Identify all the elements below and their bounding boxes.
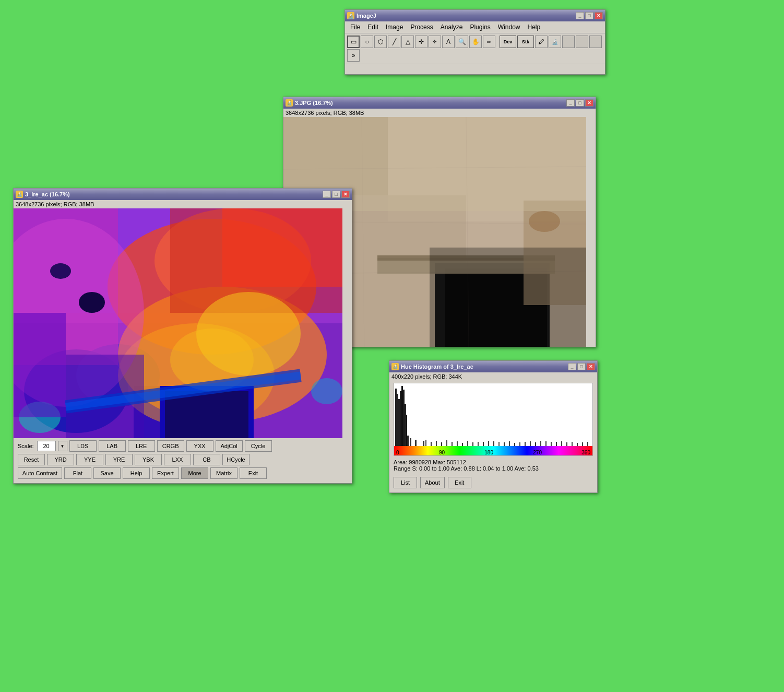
btn-reset[interactable]: Reset [18,454,45,465]
btn-hcycle[interactable]: HCycle [222,454,250,465]
btn-yxx[interactable]: YXX [186,440,213,452]
imagej-icon: 🔬 [347,12,354,19]
tool-text[interactable]: A [442,36,455,48]
hue-exit-button[interactable]: Exit [448,477,471,488]
imagej-toolbar: ▭ ○ ⬡ ╱ △ ✛ ✛ A 🔍 ✋ ✏ Dev Stk 🖊 🔬 » [345,33,605,64]
scale-input[interactable] [37,441,56,451]
menu-process[interactable]: Process [407,22,436,32]
tool-stk[interactable]: Stk [517,36,534,48]
x-label-360: 360 [581,450,590,455]
svg-point-42 [79,292,105,313]
tool-hand[interactable]: ✋ [469,36,482,48]
tool-rectangle[interactable]: ▭ [347,36,360,48]
hue-about-button[interactable]: About [420,477,445,488]
scale-label: Scale: [18,443,34,449]
menu-edit[interactable]: Edit [364,22,382,32]
lre-row1: Scale: ▼ LDS LAB LRE CRGB YXX AdjCol Cyc… [18,440,348,452]
imagej-title-bar[interactable]: 🔬 ImageJ _ □ ✕ [345,10,605,21]
hue-minimize[interactable]: _ [568,363,576,370]
btn-flat[interactable]: Flat [64,467,91,479]
tool-line[interactable]: △ [401,36,414,48]
tool-extra[interactable]: 🔬 [549,36,561,48]
tool-polygon[interactable]: ⬡ [374,36,387,48]
tool-dev[interactable]: Dev [500,36,516,48]
btn-cb[interactable]: CB [193,454,220,465]
jpg-window-controls: _ □ ✕ [566,99,593,107]
menu-analyze[interactable]: Analyze [437,22,466,32]
btn-lab[interactable]: LAB [99,440,126,452]
hue-maximize[interactable]: □ [577,363,586,370]
btn-exit[interactable]: Exit [240,467,267,479]
btn-yrd[interactable]: YRD [47,454,74,465]
x-label-90: 90 [439,450,445,455]
jpg-title: 3.JPG (16.7%) [295,100,333,106]
hue-stats-line2: Range S: 0.00 to 1.00 Ave: 0.88 L: 0.04 … [394,465,593,472]
tool-pen[interactable]: 🖊 [535,36,548,48]
hue-stats-line1: Area: 9980928 Max: 505112 [394,459,593,465]
tool-crosshair[interactable]: ✛ [415,36,427,48]
svg-rect-46 [394,383,592,447]
svg-rect-50 [400,391,401,447]
hue-close[interactable]: ✕ [587,363,595,370]
btn-lre[interactable]: LRE [128,440,155,452]
btn-yye[interactable]: YYE [76,454,103,465]
tool-wand[interactable]: ✛ [429,36,441,48]
lre-info-text: 3648x2736 pixels; RGB; 38MB [16,201,94,207]
btn-lds[interactable]: LDS [69,440,97,452]
lre-minimize[interactable]: _ [323,191,331,198]
svg-rect-49 [398,399,400,447]
btn-adjcol[interactable]: AdjCol [216,440,243,452]
btn-cycle[interactable]: Cycle [245,440,272,452]
btn-lxx[interactable]: LXX [164,454,191,465]
hue-info-text: 400x220 pixels; RGB; 344K [391,373,462,380]
tool-oval[interactable]: ○ [361,36,373,48]
hue-icon: 🔬 [391,363,399,370]
scale-dropdown[interactable]: ▼ [58,441,67,451]
btn-more[interactable]: More [181,467,208,479]
svg-point-43 [50,263,71,279]
hue-list-button[interactable]: List [394,477,417,488]
btn-yre[interactable]: YRE [105,454,133,465]
btn-save[interactable]: Save [93,467,121,479]
hue-x-labels: 0 90 180 270 360 [394,446,592,455]
lre-close[interactable]: ✕ [341,191,350,198]
lre-title-bar[interactable]: 🔬 3_lre_ac (16.7%) _ □ ✕ [14,189,352,200]
svg-rect-47 [395,389,397,447]
jpg-minimize[interactable]: _ [566,99,575,107]
btn-expert[interactable]: Expert [152,467,179,479]
tool-dropper[interactable]: ✏ [483,36,495,48]
btn-ybk[interactable]: YBK [135,454,162,465]
menu-help[interactable]: Help [525,22,544,32]
hue-title-bar[interactable]: 🔬 Hue Histogram of 3_lre_ac _ □ ✕ [389,361,597,372]
tool-zoom[interactable]: 🔍 [456,36,468,48]
lre-maximize[interactable]: □ [332,191,340,198]
btn-help[interactable]: Help [123,467,150,479]
x-label-0: 0 [396,450,399,455]
hue-window: 🔬 Hue Histogram of 3_lre_ac _ □ ✕ 400x22… [389,360,598,493]
svg-rect-52 [403,390,405,447]
hue-chart: 0 90 180 270 360 [394,383,593,456]
btn-matrix[interactable]: Matrix [210,467,237,479]
lre-row3: Auto Contrast Flat Save Help Expert More… [18,467,348,479]
svg-rect-51 [401,386,403,447]
x-label-270: 270 [533,450,542,455]
hue-stats: Area: 9980928 Max: 505112 Range S: 0.00 … [389,458,597,474]
btn-auto-contrast[interactable]: Auto Contrast [18,467,62,479]
minimize-button[interactable]: _ [576,12,584,19]
tool-freehand[interactable]: ╱ [388,36,400,48]
btn-crgb[interactable]: CRGB [157,440,184,452]
menu-plugins[interactable]: Plugins [467,22,493,32]
menu-window[interactable]: Window [495,22,524,32]
imagej-menu-bar: File Edit Image Process Analyze Plugins … [345,21,605,33]
jpg-close[interactable]: ✕ [585,99,593,107]
menu-image[interactable]: Image [383,22,406,32]
jpg-title-bar[interactable]: 🔬 3.JPG (16.7%) _ □ ✕ [283,97,596,109]
close-button[interactable]: ✕ [595,12,603,19]
hue-window-controls: _ □ ✕ [568,363,595,370]
menu-file[interactable]: File [347,22,363,32]
lre-icon: 🔬 [16,191,23,198]
jpg-icon: 🔬 [286,99,293,107]
jpg-maximize[interactable]: □ [576,99,584,107]
tool-more[interactable]: » [347,49,360,62]
maximize-button[interactable]: □ [585,12,593,19]
